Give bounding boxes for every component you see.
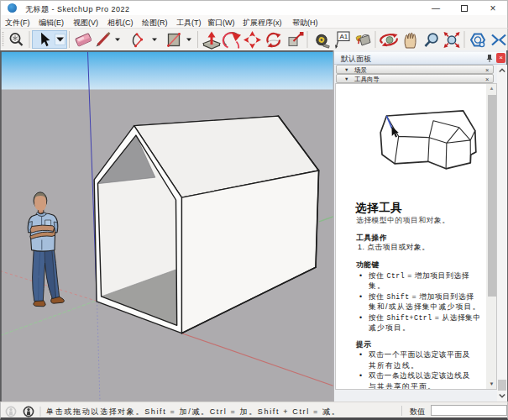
svg-text:A1: A1 xyxy=(340,33,348,40)
